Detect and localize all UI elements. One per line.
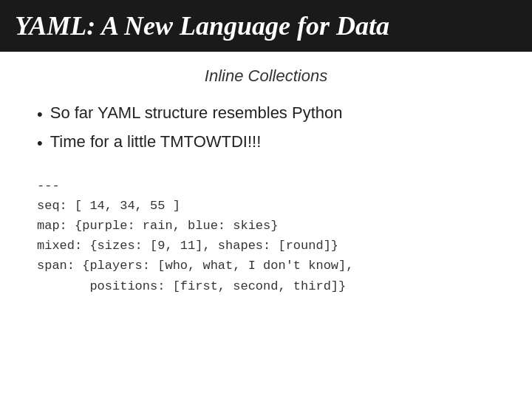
- subtitle: Inline Collections: [30, 66, 502, 86]
- bullet-list: • So far YAML structure resembles Python…: [30, 103, 502, 155]
- main-content: Inline Collections • So far YAML structu…: [0, 52, 532, 311]
- page-title: YAML: A New Language for Data: [15, 10, 517, 41]
- header: YAML: A New Language for Data: [0, 0, 532, 52]
- code-block: --- seq: [ 14, 34, 55 ] map: {purple: ra…: [30, 176, 502, 296]
- list-item: • Time for a little TMTOWTDI!!!: [37, 132, 502, 155]
- bullet-text-2: Time for a little TMTOWTDI!!!: [50, 132, 262, 151]
- bullet-icon: •: [37, 103, 43, 126]
- list-item: • So far YAML structure resembles Python: [37, 103, 502, 126]
- bullet-text-1: So far YAML structure resembles Python: [50, 103, 343, 123]
- bullet-icon: •: [37, 132, 43, 155]
